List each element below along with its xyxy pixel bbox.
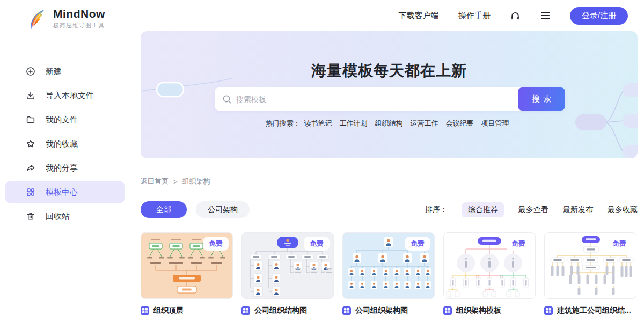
- template-search-bar: 搜索: [215, 87, 565, 111]
- free-badge: 免费: [506, 237, 531, 251]
- plus-circle-icon: [26, 67, 35, 76]
- sidebar-item-label: 我的分享: [46, 163, 78, 173]
- sidebar-item-import[interactable]: 导入本地文件: [5, 85, 125, 106]
- breadcrumb-home[interactable]: 返回首页: [141, 177, 169, 186]
- breadcrumb: 返回首页 > 组织架构: [141, 177, 210, 186]
- template-card[interactable]: 免费 建筑施工公司组织结...: [544, 232, 636, 316]
- template-title: 建筑施工公司组织结...: [557, 306, 631, 316]
- support-button[interactable]: [510, 10, 521, 21]
- sidebar-item-shares[interactable]: 我的分享: [5, 157, 125, 179]
- free-badge: 免费: [405, 237, 430, 251]
- manual-link[interactable]: 操作手册: [458, 11, 491, 21]
- template-title: 组织架构模板: [456, 306, 501, 316]
- template-title-row: 公司组织结构图: [241, 306, 334, 316]
- sidebar-item-label: 新建: [46, 67, 62, 77]
- search-icon: [222, 94, 232, 104]
- breadcrumb-separator: >: [173, 178, 178, 186]
- sort-option-recommended[interactable]: 综合推荐: [462, 202, 504, 217]
- template-card[interactable]: 免费 组织顶层: [141, 232, 233, 316]
- download-client-link[interactable]: 下载客户端: [399, 11, 439, 21]
- brand-tagline: 极简思维导图工具: [53, 21, 105, 30]
- template-thumbnail: 免费: [443, 232, 536, 299]
- template-card-grid: 免费 组织顶层: [141, 232, 636, 316]
- top-header: 下载客户端 操作手册 登录/注册: [132, 0, 644, 31]
- sidebar-menu: 新建 导入本地文件 我的文件 我的收藏: [0, 61, 131, 227]
- brand-logo[interactable]: MindNow 极简思维导图工具: [0, 0, 131, 30]
- hero-banner: 海量模板每天都在上新 搜索 热门搜索：读书笔记工作计划组织结构运营工作会议纪要项…: [141, 31, 638, 158]
- sidebar-item-favorites[interactable]: 我的收藏: [5, 133, 125, 155]
- free-badge: 免费: [606, 237, 632, 251]
- sidebar: MindNow 极简思维导图工具 新建 导入本地文件 我: [0, 0, 131, 322]
- template-thumbnail: 免费: [141, 232, 233, 299]
- grid-icon: [26, 187, 35, 197]
- sort-option-most-favorited[interactable]: 最多收藏: [608, 205, 638, 215]
- hot-search-row: 热门搜索：读书笔记工作计划组织结构运营工作会议纪要项目管理: [141, 119, 638, 128]
- import-icon: [26, 91, 35, 100]
- free-badge: 免费: [203, 237, 229, 251]
- sidebar-item-label: 导入本地文件: [46, 91, 94, 101]
- template-card[interactable]: 免费 组织架构模板: [443, 232, 536, 316]
- template-card[interactable]: 免费 公司组织结构图: [241, 232, 334, 316]
- hot-keyword[interactable]: 工作计划: [340, 119, 368, 127]
- filter-row: 全部 公司架构 排序： 综合推荐 最多查看 最新发布 最多收藏: [141, 201, 638, 218]
- sidebar-item-recycle-bin[interactable]: 回收站: [5, 206, 125, 227]
- template-title: 公司组织结构图: [254, 306, 307, 316]
- folder-icon: [26, 115, 35, 125]
- template-thumbnail: 免费: [342, 232, 435, 299]
- sort-label: 排序：: [425, 205, 448, 215]
- hot-keyword[interactable]: 运营工作: [411, 119, 438, 127]
- headset-icon: [510, 10, 521, 21]
- sort-option-most-viewed[interactable]: 最多查看: [518, 205, 548, 215]
- tab-all[interactable]: 全部: [141, 201, 187, 218]
- template-title-row: 组织顶层: [141, 306, 233, 316]
- login-register-button[interactable]: 登录/注册: [570, 7, 628, 25]
- hot-keyword[interactable]: 会议纪要: [446, 119, 474, 127]
- share-icon: [26, 163, 35, 173]
- sidebar-item-label: 我的文件: [46, 115, 78, 125]
- hot-keyword[interactable]: 读书笔记: [304, 119, 332, 127]
- template-icon: [141, 306, 149, 315]
- sort-option-newest[interactable]: 最新发布: [563, 205, 593, 215]
- template-title: 组织顶层: [153, 306, 184, 316]
- hero-title: 海量模板每天都在上新: [141, 61, 638, 81]
- hamburger-icon: [540, 11, 551, 20]
- hot-keyword[interactable]: 组织结构: [375, 119, 403, 127]
- sidebar-item-new[interactable]: 新建: [5, 61, 125, 82]
- search-input[interactable]: [236, 95, 565, 104]
- hot-keyword[interactable]: 项目管理: [481, 119, 509, 127]
- template-icon: [342, 306, 351, 315]
- sidebar-item-template-center[interactable]: 模板中心: [5, 181, 125, 203]
- brand-name: MindNow: [53, 8, 105, 20]
- template-card[interactable]: 免费 公司组织架构图: [342, 232, 435, 316]
- mindnow-app: MindNow 极简思维导图工具 新建 导入本地文件 我: [0, 0, 644, 322]
- breadcrumb-current: 组织架构: [182, 177, 210, 186]
- template-icon: [544, 306, 553, 315]
- sidebar-item-label: 回收站: [46, 211, 70, 222]
- sidebar-item-label: 我的收藏: [46, 139, 78, 149]
- star-icon: [26, 139, 35, 149]
- template-title-row: 建筑施工公司组织结...: [544, 306, 636, 316]
- free-badge: 免费: [304, 237, 330, 251]
- feather-logo-icon: [28, 8, 48, 30]
- template-thumbnail: 免费: [241, 232, 334, 299]
- tab-company-structure[interactable]: 公司架构: [196, 201, 250, 218]
- template-title: 公司组织架构图: [355, 306, 408, 316]
- menu-button[interactable]: [540, 11, 551, 20]
- sidebar-item-label: 模板中心: [46, 187, 78, 197]
- template-title-row: 组织架构模板: [443, 306, 536, 316]
- template-thumbnail: 免费: [544, 232, 636, 299]
- template-icon: [241, 306, 250, 315]
- sidebar-item-my-files[interactable]: 我的文件: [5, 109, 125, 130]
- template-title-row: 公司组织架构图: [342, 306, 435, 316]
- template-icon: [443, 306, 452, 315]
- search-button[interactable]: 搜索: [518, 87, 565, 111]
- sort-area: 排序： 综合推荐 最多查看 最新发布 最多收藏: [425, 202, 638, 217]
- trash-icon: [26, 211, 35, 221]
- hot-search-label: 热门搜索：: [266, 119, 301, 127]
